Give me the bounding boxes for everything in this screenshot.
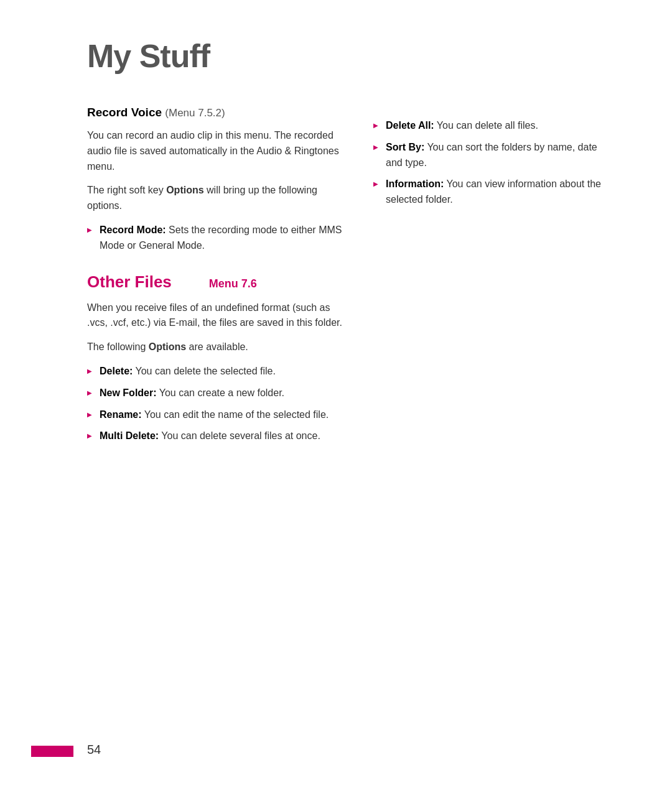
bullet-multi-delete: Multi Delete: You can delete several fil…: [87, 429, 348, 444]
record-voice-menu-ref: (Menu 7.5.2): [165, 107, 225, 119]
other-files-heading: Other Files Menu 7.6: [87, 272, 348, 292]
page-number: 54: [87, 743, 101, 757]
bullet-information: Information: You can view information ab…: [373, 177, 610, 208]
record-voice-intro1: You can record an audio clip in this men…: [87, 128, 348, 174]
other-files-intro2: The following Options are available.: [87, 340, 348, 355]
other-files-bullets: Delete: You can delete the selected file…: [87, 364, 348, 444]
other-files-menu-label: Menu 7.6: [209, 277, 257, 290]
left-column: Record Voice (Menu 7.5.2) You can record…: [87, 106, 348, 453]
other-files-intro1: When you receive files of an undefined f…: [87, 300, 348, 331]
bullet-rename: Rename: You can edit the name of the sel…: [87, 407, 348, 423]
record-voice-section: Record Voice (Menu 7.5.2) You can record…: [87, 106, 348, 254]
bullet-sort-by: Sort By: You can sort the folders by nam…: [373, 140, 610, 171]
page-container: My Stuff Record Voice (Menu 7.5.2) You c…: [0, 0, 672, 788]
bullet-record-mode: Record Mode: Sets the recording mode to …: [87, 223, 348, 254]
record-voice-intro2: The right soft key Options will bring up…: [87, 183, 348, 214]
bullet-new-folder: New Folder: You can create a new folder.: [87, 386, 348, 401]
record-voice-heading: Record Voice (Menu 7.5.2): [87, 106, 348, 119]
page-title: My Stuff: [87, 37, 622, 75]
two-column-layout: Record Voice (Menu 7.5.2) You can record…: [87, 106, 622, 453]
pink-bar-decoration: [31, 746, 73, 757]
right-column-bullets: Delete All: You can delete all files. So…: [373, 118, 610, 208]
record-voice-bullets: Record Mode: Sets the recording mode to …: [87, 223, 348, 254]
bullet-delete-all: Delete All: You can delete all files.: [373, 118, 610, 134]
right-column: Delete All: You can delete all files. So…: [373, 106, 610, 453]
bullet-delete: Delete: You can delete the selected file…: [87, 364, 348, 379]
other-files-section: Other Files Menu 7.6 When you receive fi…: [87, 272, 348, 445]
